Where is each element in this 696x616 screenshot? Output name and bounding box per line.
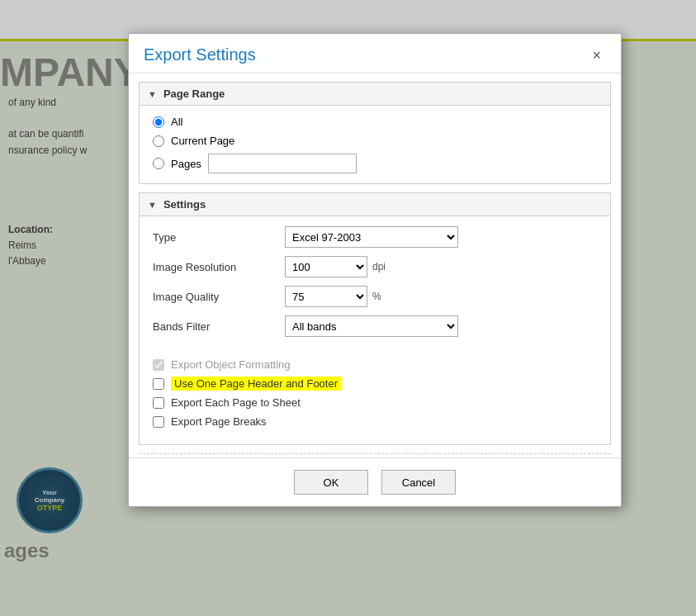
type-row: Type Excel 97-2003 Excel 2007+ CSV PDF (153, 226, 597, 248)
close-button[interactable]: × (587, 46, 606, 64)
cancel-button[interactable]: Cancel (381, 470, 456, 495)
export-object-formatting-label: Export Object Formatting (171, 358, 291, 371)
page-range-header[interactable]: ▼ Page Range (140, 83, 610, 106)
export-each-page-label: Export Each Page to Sheet (171, 396, 301, 409)
export-settings-dialog: Export Settings × ▼ Page Range All Curre… (128, 33, 622, 507)
ok-button[interactable]: OK (294, 470, 368, 495)
image-resolution-row: Image Resolution 72 96 100 150 300 dpi (153, 256, 597, 277)
settings-title: Settings (163, 198, 206, 211)
type-control: Excel 97-2003 Excel 2007+ CSV PDF (285, 226, 458, 248)
settings-arrow-icon: ▼ (148, 200, 157, 210)
pages-input[interactable] (208, 154, 357, 173)
bands-filter-row: Bands Filter All bands Band 1 Band 2 (153, 315, 597, 337)
image-resolution-select[interactable]: 72 96 100 150 300 (285, 256, 367, 277)
dialog-title-bar: Export Settings × (129, 34, 621, 73)
use-one-page-label[interactable]: Use One Page Header and Footer (171, 377, 341, 390)
type-select[interactable]: Excel 97-2003 Excel 2007+ CSV PDF (285, 226, 458, 248)
radio-current-label[interactable]: Current Page (171, 135, 234, 147)
checkbox-section: Export Object Formatting Use One Page He… (140, 355, 610, 444)
radio-all-label[interactable]: All (171, 116, 182, 128)
dialog-title: Export Settings (144, 45, 256, 64)
radio-current[interactable] (153, 135, 164, 147)
export-page-breaks-item: Export Page Breaks (153, 415, 597, 428)
radio-item-all: All (153, 116, 597, 128)
radio-item-current: Current Page (153, 135, 597, 147)
settings-body: Type Excel 97-2003 Excel 2007+ CSV PDF I… (140, 216, 610, 355)
image-quality-control: 25 50 75 100 % (285, 286, 381, 307)
bands-filter-select[interactable]: All bands Band 1 Band 2 (285, 315, 458, 337)
export-each-page-item: Export Each Page to Sheet (153, 396, 597, 409)
image-resolution-control: 72 96 100 150 300 dpi (285, 256, 386, 277)
use-one-page-item: Use One Page Header and Footer (153, 377, 597, 390)
export-each-page-checkbox[interactable] (153, 397, 164, 409)
page-range-radio-group: All Current Page Pages (153, 116, 597, 173)
page-range-title: Page Range (163, 88, 225, 100)
use-one-page-checkbox[interactable] (153, 378, 164, 390)
export-page-breaks-checkbox[interactable] (153, 416, 164, 428)
image-quality-select[interactable]: 25 50 75 100 (285, 286, 367, 307)
type-label: Type (153, 231, 285, 244)
export-object-formatting-checkbox[interactable] (153, 359, 164, 371)
quality-unit: % (372, 291, 381, 302)
settings-section: ▼ Settings Type Excel 97-2003 Excel 2007… (139, 192, 611, 445)
image-resolution-label: Image Resolution (153, 261, 285, 273)
resolution-unit: dpi (372, 261, 386, 272)
footer-divider (139, 453, 611, 454)
page-range-arrow-icon: ▼ (148, 89, 157, 99)
radio-pages-label[interactable]: Pages (171, 158, 201, 170)
settings-header[interactable]: ▼ Settings (140, 193, 610, 216)
export-object-formatting-item: Export Object Formatting (153, 358, 597, 371)
dialog-footer: OK Cancel (129, 457, 621, 506)
image-quality-label: Image Quality (153, 291, 285, 303)
bands-filter-control: All bands Band 1 Band 2 (285, 315, 458, 337)
bands-filter-label: Bands Filter (153, 320, 285, 333)
page-range-body: All Current Page Pages (140, 106, 610, 183)
page-range-section: ▼ Page Range All Current Page Pages (139, 82, 611, 184)
radio-item-pages: Pages (153, 154, 597, 173)
image-quality-row: Image Quality 25 50 75 100 % (153, 286, 597, 307)
export-page-breaks-label: Export Page Breaks (171, 415, 267, 428)
radio-pages[interactable] (153, 158, 164, 169)
radio-all[interactable] (153, 116, 164, 128)
